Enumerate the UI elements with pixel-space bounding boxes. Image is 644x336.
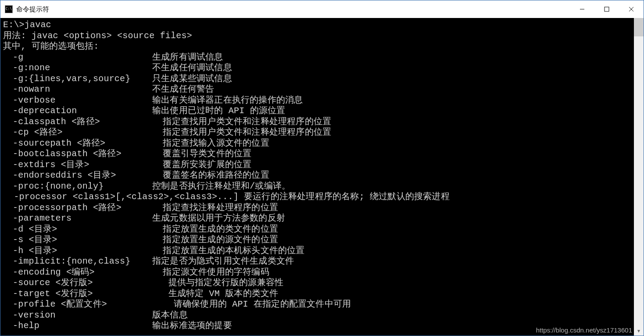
option-line: -processor <class1>[,<class2>,<class3>..… <box>3 192 631 203</box>
option-line: -parameters生成元数据以用于方法参数的反射 <box>3 213 631 224</box>
option-flag: -s <目录> <box>3 235 152 246</box>
option-flag: -g:{lines,vars,source} <box>3 74 152 85</box>
option-line: -help输出标准选项的提要 <box>3 321 631 332</box>
option-flag: -verbose <box>3 95 152 106</box>
option-line: -g生成所有调试信息 <box>3 52 631 63</box>
option-line: -deprecation输出使用已过时的 API 的源位置 <box>3 106 631 117</box>
titlebar[interactable]: C:\ 命令提示符 <box>0 0 644 18</box>
option-flag: -source <发行版> <box>3 278 152 289</box>
option-desc: 指定放置生成的源文件的位置 <box>152 235 278 246</box>
option-line: -classpath <路径> 指定查找用户类文件和注释处理程序的位置 <box>3 117 631 128</box>
maximize-button[interactable] <box>594 0 619 18</box>
option-desc: 输出标准选项的提要 <box>152 321 232 332</box>
option-flag: -g <box>3 52 152 63</box>
usage-line: 用法: javac <options> <source files> <box>3 31 631 42</box>
option-line: -s <目录> 指定放置生成的源文件的位置 <box>3 235 631 246</box>
option-flag: -classpath <路径> <box>3 117 152 128</box>
option-desc: 输出有关编译器正在执行的操作的消息 <box>152 95 303 106</box>
option-desc: 覆盖引导类文件的位置 <box>152 149 251 160</box>
option-desc: 覆盖所安装扩展的位置 <box>152 160 251 171</box>
option-desc: 提供与指定发行版的源兼容性 <box>152 278 283 289</box>
option-flag: -g:none <box>3 63 152 74</box>
option-desc: 指定查找用户类文件和注释处理程序的位置 <box>152 127 331 138</box>
option-desc: 指定放置生成的类文件的位置 <box>152 224 278 235</box>
option-flag: -deprecation <box>3 106 152 117</box>
prompt-line: E:\>javac <box>3 20 631 31</box>
close-button[interactable] <box>619 0 644 18</box>
option-desc: 指定查找用户类文件和注释处理程序的位置 <box>152 117 331 128</box>
option-desc: 指定查找注释处理程序的位置 <box>152 203 278 214</box>
client-area: E:\>javac用法: javac <options> <source fil… <box>0 18 644 336</box>
command-prompt-window: C:\ 命令提示符 E:\>javac用法: javac <options> <… <box>0 0 644 336</box>
option-line: -source <发行版> 提供与指定发行版的源兼容性 <box>3 278 631 289</box>
scroll-thumb[interactable] <box>634 18 644 36</box>
option-line: -profile <配置文件> 请确保使用的 API 在指定的配置文件中可用 <box>3 299 631 310</box>
option-desc: 指定放置生成的本机标头文件的位置 <box>152 246 305 257</box>
window-controls <box>570 0 644 18</box>
option-line: -cp <路径> 指定查找用户类文件和注释处理程序的位置 <box>3 127 631 138</box>
option-flag: -encoding <编码> <box>3 267 152 278</box>
option-line: -sourcepath <路径> 指定查找输入源文件的位置 <box>3 138 631 149</box>
option-desc: 指定是否为隐式引用文件生成类文件 <box>152 256 294 267</box>
option-flag: -target <发行版> <box>3 289 152 300</box>
option-desc: 输出使用已过时的 API 的源位置 <box>152 106 285 117</box>
option-line: -h <目录> 指定放置生成的本机标头文件的位置 <box>3 246 631 257</box>
option-flag: -sourcepath <路径> <box>3 138 152 149</box>
option-line: -g:{lines,vars,source}只生成某些调试信息 <box>3 74 631 85</box>
option-line: -processorpath <路径> 指定查找注释处理程序的位置 <box>3 203 631 214</box>
option-desc: 只生成某些调试信息 <box>152 74 232 85</box>
window-title: 命令提示符 <box>16 5 49 14</box>
scroll-down-arrow-icon[interactable]: ▼ <box>634 326 644 336</box>
option-desc: 指定查找输入源文件的位置 <box>152 138 269 149</box>
option-line: -implicit:{none,class}指定是否为隐式引用文件生成类文件 <box>3 256 631 267</box>
option-line: -encoding <编码> 指定源文件使用的字符编码 <box>3 267 631 278</box>
option-desc: 生成特定 VM 版本的类文件 <box>152 289 278 300</box>
option-flag: -nowarn <box>3 84 152 95</box>
option-line: -endorseddirs <目录> 覆盖签名的标准路径的位置 <box>3 170 631 181</box>
option-flag: -extdirs <目录> <box>3 160 152 171</box>
option-desc: 版本信息 <box>152 310 188 321</box>
option-flag: -version <box>3 310 152 321</box>
option-line: -g:none不生成任何调试信息 <box>3 63 631 74</box>
option-flag: -parameters <box>3 213 152 224</box>
option-desc: 生成元数据以用于方法参数的反射 <box>152 213 285 224</box>
terminal-output[interactable]: E:\>javac用法: javac <options> <source fil… <box>0 18 634 336</box>
option-line: -d <目录> 指定放置生成的类文件的位置 <box>3 224 631 235</box>
option-desc: 覆盖签名的标准路径的位置 <box>152 170 269 181</box>
option-flag: -h <目录> <box>3 246 152 257</box>
option-flag: -processorpath <路径> <box>3 203 152 214</box>
option-line: -extdirs <目录> 覆盖所安装扩展的位置 <box>3 160 631 171</box>
cmd-icon: C:\ <box>5 5 13 13</box>
svg-rect-1 <box>605 7 609 11</box>
vertical-scrollbar[interactable]: ▲ ▼ <box>634 18 644 336</box>
option-line: -target <发行版> 生成特定 VM 版本的类文件 <box>3 289 631 300</box>
option-flag: -endorseddirs <目录> <box>3 170 152 181</box>
option-line: -verbose输出有关编译器正在执行的操作的消息 <box>3 95 631 106</box>
option-desc: 请确保使用的 API 在指定的配置文件中可用 <box>152 299 351 310</box>
option-line: -proc:{none,only}控制是否执行注释处理和/或编译。 <box>3 181 631 192</box>
titlebar-left: C:\ 命令提示符 <box>0 5 49 14</box>
option-flag: -implicit:{none,class} <box>3 256 152 267</box>
option-desc: 不生成任何警告 <box>152 84 214 95</box>
option-flag: -help <box>3 321 152 332</box>
options-intro-line: 其中, 可能的选项包括: <box>3 41 631 52</box>
option-flag: -cp <路径> <box>3 127 152 138</box>
option-line: -version版本信息 <box>3 310 631 321</box>
option-desc: 生成所有调试信息 <box>152 52 223 63</box>
option-flag: -profile <配置文件> <box>3 299 152 310</box>
option-line: -bootclasspath <路径> 覆盖引导类文件的位置 <box>3 149 631 160</box>
option-flag: -proc:{none,only} <box>3 181 152 192</box>
option-desc: 指定源文件使用的字符编码 <box>152 267 269 278</box>
option-desc: 不生成任何调试信息 <box>152 63 232 74</box>
minimize-button[interactable] <box>570 0 594 18</box>
option-desc: 控制是否执行注释处理和/或编译。 <box>152 181 290 192</box>
option-line: -nowarn不生成任何警告 <box>3 84 631 95</box>
option-flag: -bootclasspath <路径> <box>3 149 152 160</box>
option-flag: -d <目录> <box>3 224 152 235</box>
